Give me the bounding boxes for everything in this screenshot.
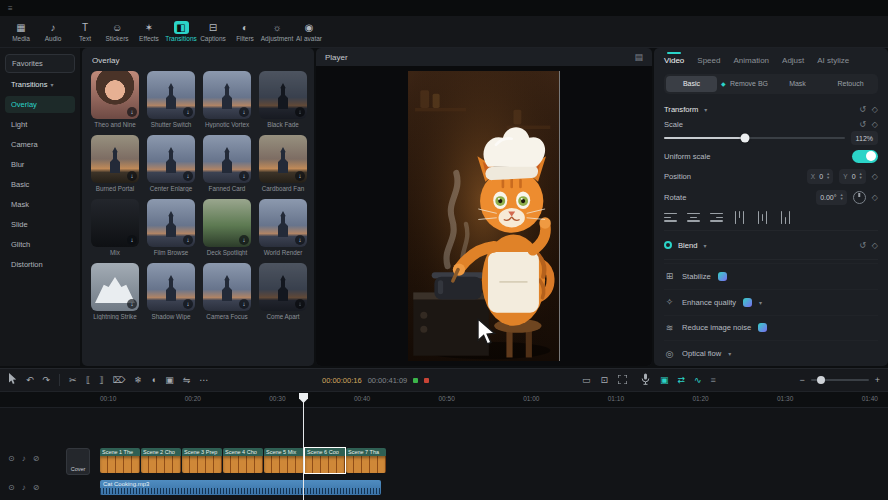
redo-icon[interactable]: ↷ — [43, 375, 51, 385]
align-bottom-icon[interactable] — [780, 211, 791, 224]
timeline-clip[interactable]: Scene 1 The — [100, 448, 140, 473]
blend-section-title[interactable]: Blend — [678, 241, 697, 250]
transition-item[interactable]: ↓World Render — [258, 199, 308, 256]
reset-scale-icon[interactable]: ↺ — [859, 120, 866, 129]
eye-icon[interactable]: ⊙ — [8, 454, 15, 463]
tab-animation[interactable]: Animation — [733, 54, 769, 65]
toolbar-item-adjustment[interactable]: ☼Adjustment — [262, 21, 292, 42]
toolbar-item-ai-avatar[interactable]: ◉AI avatar — [294, 21, 324, 42]
sidebar-item-slide[interactable]: Slide — [5, 216, 75, 233]
tab-video[interactable]: Video — [664, 54, 684, 65]
transition-item[interactable]: ↓Mix — [90, 199, 140, 256]
fit-canvas-icon[interactable]: ⊡ — [601, 375, 609, 385]
toolbar-item-audio[interactable]: ♪Audio — [38, 21, 68, 42]
transition-item[interactable]: ↓Cardboard Fan — [258, 135, 308, 192]
subtab-retouch[interactable]: Retouch — [825, 76, 876, 92]
eye-icon[interactable]: ⊙ — [8, 483, 15, 492]
uniform-scale-toggle[interactable] — [852, 150, 878, 163]
undo-icon[interactable]: ↶ — [26, 375, 34, 385]
toolbar-item-captions[interactable]: ⊟Captions — [198, 21, 228, 42]
timeline-clip[interactable]: Scene 7 Tha — [346, 448, 386, 473]
mirror-icon[interactable]: ⇋ — [183, 375, 191, 385]
tab-ai-stylize[interactable]: AI stylize — [817, 54, 849, 65]
keyframe-icon[interactable]: ◇ — [872, 105, 878, 114]
trim-right-icon[interactable]: ⟧ — [99, 375, 103, 385]
reset-transform-icon[interactable]: ↺ — [859, 105, 866, 114]
timeline-clip[interactable]: Scene 4 Cho — [223, 448, 263, 473]
player-view-options-icon[interactable]: ▤ — [634, 52, 643, 62]
keyframe-icon[interactable]: ◇ — [872, 241, 878, 250]
toolbar-item-transitions[interactable]: ◧Transitions — [166, 21, 196, 42]
align-right-icon[interactable] — [710, 212, 723, 223]
mute-icon[interactable]: ♪ — [22, 454, 26, 463]
player-stage[interactable] — [316, 66, 652, 366]
transition-item[interactable]: ↓Camera Focus — [202, 263, 252, 320]
mask-tool-icon[interactable]: ◖ — [151, 375, 156, 385]
transition-item[interactable]: ↓Lightning Strike — [90, 263, 140, 320]
toolbar-item-media[interactable]: ▦Media — [6, 21, 36, 42]
subtab-basic[interactable]: Basic — [666, 76, 717, 92]
enhance-quality-section[interactable]: ✧ Enhance quality ▾ — [664, 289, 878, 315]
timeline-zoom-slider[interactable] — [811, 379, 869, 381]
timeline-clip[interactable]: Scene 6 Coo — [305, 448, 345, 473]
reset-blend-icon[interactable]: ↺ — [859, 241, 866, 250]
linked-selection-toggle-icon[interactable]: ⇄ — [678, 375, 686, 385]
transition-item[interactable]: ↓Shutter Switch — [146, 71, 196, 128]
transition-item[interactable]: ↓Burned Portal — [90, 135, 140, 192]
crop-icon[interactable]: ▣ — [165, 375, 174, 385]
toolbar-item-stickers[interactable]: ☺Stickers — [102, 21, 132, 42]
optical-flow-section[interactable]: ◎ Optical flow ▾ — [664, 340, 878, 366]
transition-item[interactable]: ↓Come Apart — [258, 263, 308, 320]
trim-left-icon[interactable]: ⟦ — [86, 375, 90, 385]
audio-clip[interactable]: Cat Cooking.mp3 — [100, 480, 381, 495]
microphone-icon[interactable] — [641, 373, 650, 387]
timeline-tracks[interactable]: ⊙ ♪ ⊘ ⊙ ♪ ⊘ Cover Scene 1 The Scene 2 Ch… — [0, 408, 888, 500]
more-tools-icon[interactable]: ⋯ — [199, 375, 208, 385]
freeze-frame-icon[interactable]: ❄ — [134, 375, 142, 385]
preview-axis-toggle-icon[interactable]: ∿ — [694, 375, 702, 385]
aspect-ratio-icon[interactable]: ▭ — [582, 375, 591, 385]
timeline-clip[interactable]: Scene 5 Mix — [264, 448, 304, 473]
timeline-ruler[interactable]: 00:10 00:20 00:30 00:40 00:50 01:00 01:1… — [0, 393, 888, 408]
cover-button[interactable]: Cover — [66, 448, 90, 475]
sidebar-item-favorites[interactable]: Favorites — [5, 54, 75, 73]
position-x-stepper[interactable]: X0▴▾ — [807, 169, 834, 184]
rotate-dial[interactable] — [853, 191, 866, 204]
keyframe-icon[interactable]: ◇ — [872, 193, 878, 202]
toolbar-item-filters[interactable]: ◐Filters — [230, 21, 260, 42]
split-icon[interactable]: ✂ — [69, 375, 77, 385]
sidebar-item-basic[interactable]: Basic — [5, 176, 75, 193]
main-track-magnet-toggle-icon[interactable]: ▣ — [660, 375, 669, 385]
subtab-remove-bg[interactable]: ◆Remove BG — [719, 76, 770, 92]
mute-icon[interactable]: ♪ — [22, 483, 26, 492]
sidebar-item-transitions[interactable]: Transitions▾ — [5, 76, 75, 93]
keyframe-icon[interactable]: ◇ — [872, 120, 878, 129]
track-height-icon[interactable]: ≡ — [711, 375, 716, 385]
zoom-slider-knob[interactable] — [817, 376, 825, 384]
scale-slider-knob[interactable] — [741, 134, 750, 143]
sidebar-item-glitch[interactable]: Glitch — [5, 236, 75, 253]
transform-section-title[interactable]: Transform — [664, 105, 698, 114]
sidebar-item-blur[interactable]: Blur — [5, 156, 75, 173]
zoom-out-icon[interactable]: − — [799, 375, 804, 385]
delete-icon[interactable]: ⌦ — [113, 375, 126, 385]
step-down-icon[interactable]: ▾ — [827, 176, 829, 181]
tab-adjust[interactable]: Adjust — [782, 54, 804, 65]
align-left-icon[interactable] — [664, 212, 677, 223]
tab-speed[interactable]: Speed — [697, 54, 720, 65]
toolbar-item-effects[interactable]: ✶Effects — [134, 21, 164, 42]
position-y-stepper[interactable]: Y0▴▾ — [839, 169, 866, 184]
lock-icon[interactable]: ⊘ — [33, 454, 40, 463]
lock-icon[interactable]: ⊘ — [33, 483, 40, 492]
transition-item[interactable]: ↓Hypnotic Vortex — [202, 71, 252, 128]
rotate-stepper[interactable]: 0.00°▴▾ — [816, 190, 847, 205]
step-down-icon[interactable]: ▾ — [860, 176, 862, 181]
menu-icon[interactable]: ≡ — [8, 4, 13, 13]
sidebar-item-overlay[interactable]: Overlay — [5, 96, 75, 113]
transition-item[interactable]: ↓Film Browse — [146, 199, 196, 256]
align-center-horizontal-icon[interactable] — [687, 212, 700, 223]
fullscreen-icon[interactable] — [618, 375, 627, 386]
transition-item[interactable]: ↓Deck Spotlight — [202, 199, 252, 256]
scale-slider[interactable] — [664, 137, 845, 139]
sidebar-item-mask[interactable]: Mask — [5, 196, 75, 213]
